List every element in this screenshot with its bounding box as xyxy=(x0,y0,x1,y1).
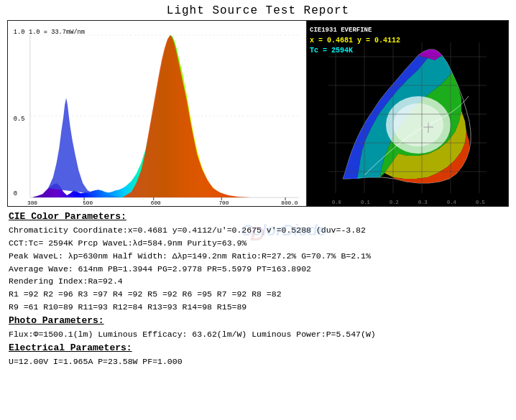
svg-text:Tc = 2594K: Tc = 2594K xyxy=(310,47,353,55)
svg-text:CIE1931 EVERFINE: CIE1931 EVERFINE xyxy=(310,27,372,34)
page-title: Light Source Test Report xyxy=(0,0,516,20)
svg-text:0: 0 xyxy=(14,190,17,197)
r9-r15-line: R9 =61 R10=89 R11=93 R12=84 R13=93 R14=9… xyxy=(9,301,507,314)
svg-text:1.0 = 33.7mW/nm: 1.0 = 33.7mW/nm xyxy=(29,29,85,36)
photo-heading: Photo Parameters: xyxy=(9,314,507,328)
svg-text:0.5: 0.5 xyxy=(476,200,485,205)
chromaticity-line: Chromaticity Coordinate:x=0.4681 y=0.411… xyxy=(9,224,507,237)
rendering-index-line: Rendering Index:Ra=92.4 xyxy=(9,275,507,288)
cie-diagram: CIE1931 EVERFINE x = 0.4681 y = 0.4112 T… xyxy=(307,21,508,206)
spectrum-chart: 1.0 0.5 0 1.0 = 33.7mW/nm xyxy=(8,21,307,206)
svg-text:600: 600 xyxy=(151,200,161,206)
cie-chart: CIE1931 EVERFINE x = 0.4681 y = 0.4112 T… xyxy=(307,21,508,206)
svg-text:0.0: 0.0 xyxy=(332,200,341,205)
charts-row: 1.0 0.5 0 1.0 = 33.7mW/nm xyxy=(7,20,509,207)
average-line: Average Wave: 614nm PB=1.3944 PG=2.9778 … xyxy=(9,263,507,276)
svg-text:x = 0.4681  y = 0.4112: x = 0.4681 y = 0.4112 xyxy=(310,37,400,45)
flux-line: Flux:Φ=1500.1(lm) Luminous Efficacy: 63.… xyxy=(9,328,507,341)
svg-text:0.1: 0.1 xyxy=(361,200,370,205)
svg-text:0.3: 0.3 xyxy=(418,200,428,205)
svg-point-23 xyxy=(393,103,443,146)
svg-text:1.0: 1.0 xyxy=(14,29,25,36)
electrical-heading: Electrical Parameters: xyxy=(9,341,507,355)
cct-line: CCT:Tc= 2594K Prcp WaveL:λd=584.9nm Puri… xyxy=(9,237,507,250)
svg-text:700: 700 xyxy=(218,200,229,206)
electrical-line: U=12.00V I=1.965A P=23.58W PF=1.000 xyxy=(9,355,507,368)
svg-text:0.4: 0.4 xyxy=(447,200,456,205)
svg-text:0.2: 0.2 xyxy=(390,200,399,205)
r1-r8-line: R1 =92 R2 =96 R3 =97 R4 =92 R5 =92 R6 =9… xyxy=(9,288,507,301)
svg-text:500: 500 xyxy=(83,200,93,206)
svg-text:400.0: 400.0 xyxy=(27,205,44,206)
cie-heading: CIE Color Parameters: xyxy=(9,210,507,224)
svg-text:0.5: 0.5 xyxy=(14,116,25,123)
svg-text:800.0: 800.0 xyxy=(281,200,298,206)
peak-line: Peak WaveL: λp=630nm Half Width: Δλp=149… xyxy=(9,250,507,263)
parameters-section: CIE Color Parameters: Chromaticity Coord… xyxy=(0,207,516,368)
